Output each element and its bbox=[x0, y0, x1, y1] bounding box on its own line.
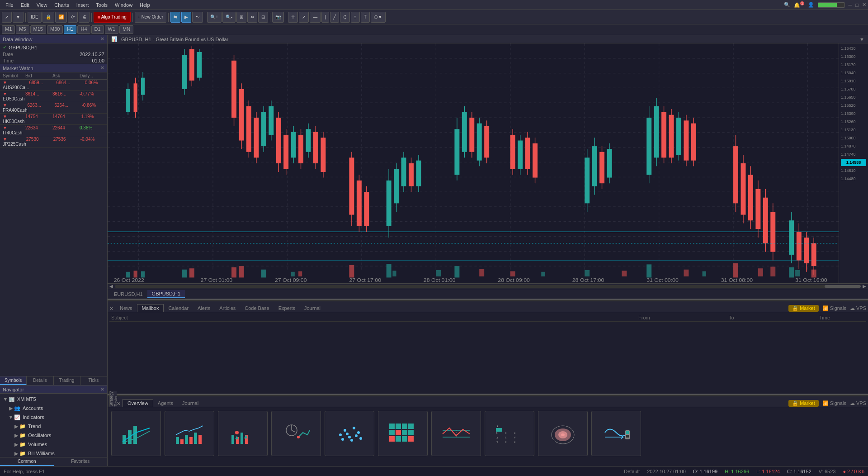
scroll-left-icon[interactable]: ◀ bbox=[109, 284, 113, 289]
term-tab-calendar[interactable]: Calendar bbox=[164, 305, 193, 312]
scrollbar-thumb[interactable] bbox=[825, 285, 861, 288]
wifi-btn[interactable]: 📶 bbox=[55, 12, 67, 23]
indicators-btn[interactable]: 〜 bbox=[192, 12, 203, 23]
ide-btn[interactable]: IDE bbox=[28, 12, 42, 23]
terminal-close[interactable]: ✕ bbox=[109, 306, 113, 312]
vline-btn[interactable]: | bbox=[321, 12, 329, 23]
shapes-btn[interactable]: ⬡▼ bbox=[371, 12, 386, 23]
auto-scroll-btn[interactable]: ▶ bbox=[181, 12, 191, 23]
profile-icon[interactable]: 👤 bbox=[808, 2, 814, 8]
strategy-card-10[interactable] bbox=[591, 411, 641, 456]
chart-period-btn[interactable]: ⊟ bbox=[258, 12, 268, 23]
text-btn[interactable]: T bbox=[361, 12, 370, 23]
navigator-close[interactable]: ✕ bbox=[100, 386, 104, 392]
tf-mn[interactable]: MN bbox=[119, 25, 133, 34]
dropdown-btn[interactable]: ▼ bbox=[13, 12, 24, 23]
new-chart-btn[interactable]: ↗ bbox=[2, 12, 12, 23]
chart-tab-gbpusd[interactable]: GBPUSD,H1 bbox=[147, 290, 185, 298]
chart-scrollbar[interactable]: ◀ ▶ bbox=[108, 283, 868, 289]
menu-charts[interactable]: Charts bbox=[51, 1, 72, 9]
term-tab-articles[interactable]: Articles bbox=[215, 305, 240, 312]
mw-tab-ticks[interactable]: Ticks bbox=[80, 376, 107, 385]
nav-volumes[interactable]: ▶ 📁 Volumes bbox=[0, 440, 107, 449]
menu-window[interactable]: Window bbox=[111, 1, 136, 9]
mw-row-it40[interactable]: ▼ IT40Cash 22634 22644 0.38% bbox=[0, 125, 107, 136]
menu-help[interactable]: Help bbox=[136, 1, 154, 9]
nav-accounts[interactable]: ▶ 👥 Accounts bbox=[0, 404, 107, 413]
mw-row-aus200[interactable]: ▼ AUS200Ca... 6859... 6864... -0.06% bbox=[0, 80, 107, 91]
strategy-market-btn[interactable]: 🔒 Market bbox=[788, 400, 819, 407]
chart-canvas[interactable]: 26 Oct 2022 27 Oct 01:00 27 Oct 09:00 27… bbox=[108, 43, 839, 283]
nav-oscillators[interactable]: ▶ 📁 Oscillators bbox=[0, 431, 107, 440]
strategy-card-4[interactable] bbox=[271, 411, 321, 456]
notification-icon[interactable]: 🔔1 bbox=[794, 1, 804, 8]
mw-row-jp225[interactable]: ▼ JP225Cash 27530 27536 -0.04% bbox=[0, 136, 107, 148]
scrollbar-track[interactable] bbox=[115, 285, 861, 288]
mw-row-eu50[interactable]: ▼ EU50Cash 3614... 3616... -0.77% bbox=[0, 91, 107, 102]
strategy-signals[interactable]: 📶 Signals bbox=[822, 400, 846, 406]
chart-scroll-btn[interactable]: ⇔ bbox=[247, 12, 257, 23]
terminal-signals[interactable]: 📶 Signals bbox=[822, 305, 846, 311]
nav-tab-common[interactable]: Common bbox=[0, 457, 54, 466]
menu-file[interactable]: File bbox=[2, 1, 17, 9]
tf-m5[interactable]: M5 bbox=[16, 25, 29, 34]
nav-xmmt5[interactable]: ▼ 🏢 XM MT5 bbox=[0, 395, 107, 404]
mw-tab-trading[interactable]: Trading bbox=[54, 376, 80, 385]
chart-tab-eurusd[interactable]: EURUSD,H1 bbox=[109, 290, 147, 298]
arrow-btn[interactable]: ↗ bbox=[299, 12, 309, 23]
minimize-icon[interactable]: ─ bbox=[849, 2, 852, 8]
term-tab-alerts[interactable]: Alerts bbox=[193, 305, 215, 312]
new-order-btn[interactable]: + New Order bbox=[135, 12, 166, 23]
maximize-icon[interactable]: □ bbox=[855, 2, 859, 8]
fib-btn[interactable]: ≡ bbox=[351, 12, 360, 23]
strategy-card-6[interactable] bbox=[378, 411, 428, 456]
search-icon[interactable]: 🔍 bbox=[784, 2, 790, 8]
terminal-vps[interactable]: ☁ VPS bbox=[850, 305, 866, 311]
tline-btn[interactable]: ╱ bbox=[330, 12, 339, 23]
strategy-vps[interactable]: ☁ VPS bbox=[850, 400, 866, 406]
strategy-card-7[interactable] bbox=[431, 411, 481, 456]
algo-trading-btn[interactable]: ■ Algo Trading bbox=[94, 12, 131, 23]
menu-edit[interactable]: Edit bbox=[17, 1, 33, 9]
zoom-in-btn[interactable]: 🔍+ bbox=[207, 12, 222, 23]
sync-btn[interactable]: ⟳ bbox=[68, 12, 78, 23]
terminal-market-btn[interactable]: 🔒 Market bbox=[788, 305, 819, 312]
close-icon[interactable]: ✕ bbox=[862, 2, 866, 8]
chart-grid-btn[interactable]: ⊞ bbox=[236, 12, 246, 23]
channel-btn[interactable]: ⟨⟩ bbox=[340, 12, 350, 23]
data-window-close[interactable]: ✕ bbox=[100, 36, 104, 42]
market-watch-close[interactable]: ✕ bbox=[100, 65, 104, 71]
hline-btn[interactable]: — bbox=[310, 12, 321, 23]
tf-h4[interactable]: H4 bbox=[77, 25, 90, 34]
strategy-card-8[interactable]: ▲ $ € £ ▲ £ ¥ ▼ € £ bbox=[485, 411, 534, 456]
nav-billwilliams[interactable]: ▶ 📁 Bill Williams bbox=[0, 449, 107, 457]
scroll-right-icon[interactable]: ▶ bbox=[863, 284, 866, 289]
lock-btn[interactable]: 🔒 bbox=[42, 12, 54, 23]
strategy-card-5[interactable] bbox=[325, 411, 374, 456]
tf-m15[interactable]: M15 bbox=[30, 25, 46, 34]
mw-tab-symbols[interactable]: Symbols bbox=[0, 376, 27, 385]
tf-d1[interactable]: D1 bbox=[91, 25, 104, 34]
menu-insert[interactable]: Insert bbox=[73, 1, 93, 9]
mw-row-fra40[interactable]: ▼ FRA40Cash 6263... 6264... -0.86% bbox=[0, 102, 107, 114]
strategy-card-1[interactable] bbox=[111, 411, 161, 456]
term-tab-mailbox[interactable]: Mailbox bbox=[137, 304, 164, 312]
tf-h1[interactable]: H1 bbox=[64, 25, 76, 34]
mw-tab-details[interactable]: Details bbox=[27, 376, 53, 385]
menu-view[interactable]: View bbox=[33, 1, 51, 9]
tf-m30[interactable]: M30 bbox=[47, 25, 63, 34]
tf-w1[interactable]: W1 bbox=[105, 25, 119, 34]
term-tab-experts[interactable]: Experts bbox=[274, 305, 300, 312]
strat-tab-agents[interactable]: Agents bbox=[153, 400, 178, 407]
strat-tab-overview[interactable]: Overview bbox=[123, 399, 153, 407]
mw-row-hk50[interactable]: ▼ HK50Cash 14754 14764 -1.19% bbox=[0, 114, 107, 125]
nav-tab-favorites[interactable]: Favorites bbox=[54, 457, 108, 466]
print-btn[interactable]: 🖨 bbox=[79, 12, 90, 23]
strategy-card-9[interactable] bbox=[538, 411, 588, 456]
strategy-card-3[interactable] bbox=[218, 411, 268, 456]
nav-trend[interactable]: ▶ 📁 Trend bbox=[0, 422, 107, 431]
menu-tools[interactable]: Tools bbox=[92, 1, 111, 9]
tf-m1[interactable]: M1 bbox=[2, 25, 15, 34]
chart-shift-btn[interactable]: ⇆ bbox=[170, 12, 180, 23]
zoom-out-btn[interactable]: 🔍- bbox=[222, 12, 236, 23]
